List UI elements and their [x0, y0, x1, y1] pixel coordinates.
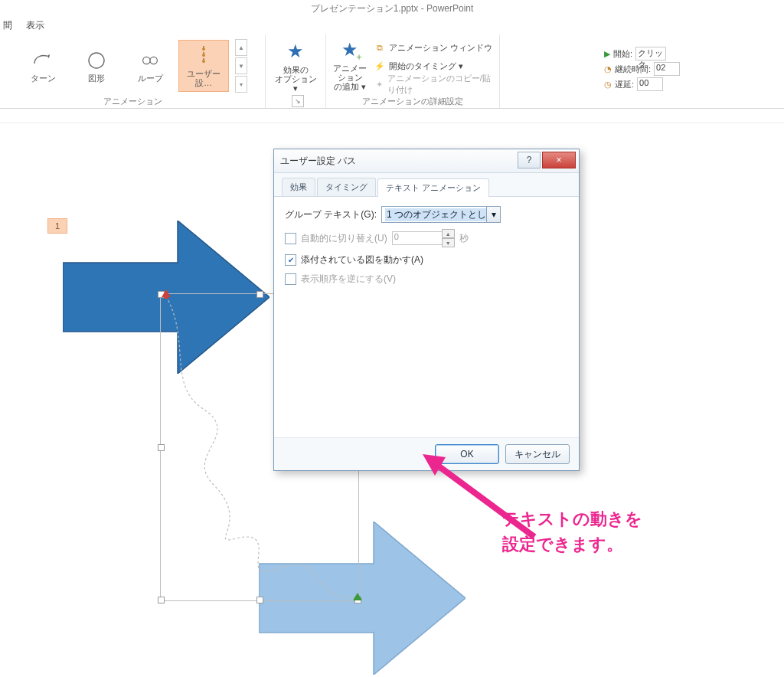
- custom-path-icon: [192, 44, 215, 67]
- svg-point-0: [89, 53, 104, 68]
- start-label: 開始:: [613, 48, 632, 60]
- duration-label: 継続時間:: [615, 64, 651, 75]
- auto-spinner[interactable]: ▲▼: [442, 229, 455, 247]
- auto-seconds-field[interactable]: 0: [392, 231, 443, 245]
- gallery-up-icon[interactable]: ▲: [235, 39, 247, 56]
- delay-icon: ◷: [604, 80, 612, 90]
- turn-icon: [31, 49, 54, 72]
- effect-options-label: 効果の オプション ▾: [273, 65, 318, 93]
- start-field[interactable]: クリック: [635, 47, 666, 61]
- add-star-icon: ★＋: [338, 38, 362, 62]
- effect-loop[interactable]: ループ: [125, 40, 175, 92]
- dialog-launcher[interactable]: ↘: [292, 95, 304, 107]
- group-text-value: 1 つのオブジェクトとして: [385, 208, 497, 221]
- reverse-order-checkbox[interactable]: [285, 273, 296, 285]
- group-advanced-label: アニメーションの詳細設定: [362, 96, 463, 107]
- add-animation-button[interactable]: ★＋ アニメーション の追加 ▾: [329, 38, 371, 91]
- dialog-custom-path: ユーザー設定 パス ? × 効果 タイミング テキスト アニメーション グループ…: [273, 149, 580, 471]
- play-icon: ▶: [604, 49, 610, 59]
- trigger-label: 開始のタイミング ▾: [389, 61, 463, 72]
- close-icon: ×: [556, 155, 561, 165]
- effect-turn-label: ターン: [31, 74, 56, 83]
- tab-effect[interactable]: 効果: [282, 178, 315, 196]
- effect-custom-label: ユーザー設…: [179, 69, 228, 87]
- shape-icon: [85, 49, 108, 72]
- dialog-help-button[interactable]: ?: [518, 152, 541, 168]
- group-effect-options: ★ 効果の オプション ▾ ↘: [266, 34, 326, 108]
- callout-text: テキストの動きを 設定できます。: [502, 506, 642, 557]
- duration-field[interactable]: 02: [654, 62, 680, 76]
- auto-checkbox[interactable]: [285, 233, 296, 244]
- group-timing: ▶ 開始: クリック ◔ 継続時間: 02 ◷ 遅延: 00: [500, 34, 784, 108]
- svg-point-2: [202, 54, 205, 57]
- dialog-title: ユーザー設定 パス: [280, 155, 356, 168]
- callout-line1: テキストの動きを: [502, 506, 642, 531]
- painter-label: アニメーションのコピー/貼り付け: [387, 73, 496, 96]
- reverse-order-label: 表示順序を逆にする(V): [301, 273, 396, 286]
- star-icon: ★: [283, 39, 308, 64]
- group-advanced-animation: ★＋ アニメーション の追加 ▾ ⧉ アニメーション ウィンドウ ⚡ 開始のタイ…: [326, 34, 500, 108]
- auto-label: 自動的に切り替え(U): [301, 232, 387, 245]
- ribbon-tab-view[interactable]: 表示: [26, 19, 44, 32]
- delay-field[interactable]: 00: [637, 77, 663, 91]
- tab-timing[interactable]: タイミング: [317, 178, 376, 196]
- gallery-more-icon[interactable]: ▾: [235, 76, 247, 93]
- title-text: プレゼンテーション1.pptx - PowerPoint: [311, 2, 474, 15]
- animation-painter-button[interactable]: ✦ アニメーションのコピー/貼り付け: [374, 76, 496, 93]
- duration-icon: ◔: [604, 64, 612, 74]
- animation-order-number: 1: [55, 221, 60, 231]
- svg-point-3: [202, 60, 205, 63]
- loop-icon: [139, 49, 162, 72]
- effect-loop-label: ループ: [138, 74, 163, 83]
- dialog-close-button[interactable]: ×: [542, 152, 576, 168]
- ribbon-tab-review[interactable]: 間: [3, 19, 12, 32]
- path-start-marker[interactable]: [161, 289, 172, 302]
- effect-shape[interactable]: 図形: [71, 40, 122, 92]
- add-animation-label: アニメーション の追加 ▾: [329, 64, 371, 91]
- trigger-icon: ⚡: [374, 60, 386, 72]
- painter-icon: ✦: [374, 78, 384, 90]
- path-end-marker[interactable]: [352, 592, 363, 605]
- group-animation: ターン 図形 ループ ユーザー設… ▲: [0, 34, 266, 108]
- animate-shape-checkbox[interactable]: ✔: [285, 254, 296, 266]
- effect-options-button[interactable]: ★ 効果の オプション ▾: [273, 39, 318, 93]
- group-animation-label: アニメーション: [103, 96, 162, 107]
- animation-pane-button[interactable]: ⧉ アニメーション ウィンドウ: [374, 39, 496, 56]
- tab-text-animation[interactable]: テキスト アニメーション: [377, 178, 489, 197]
- group-text-combo[interactable]: 1 つのオブジェクトとして ▾: [381, 206, 501, 223]
- svg-rect-4: [164, 297, 168, 299]
- effect-custom-path[interactable]: ユーザー設…: [178, 40, 229, 92]
- window-title: プレゼンテーション1.pptx - PowerPoint: [0, 0, 784, 17]
- gallery-down-icon[interactable]: ▼: [235, 57, 247, 74]
- dialog-body: グループ テキスト(G): 1 つのオブジェクトとして ▾ 自動的に切り替え(U…: [274, 197, 579, 437]
- dialog-titlebar[interactable]: ユーザー設定 パス ? ×: [274, 149, 579, 173]
- gallery-scroll: ▲ ▼ ▾: [235, 39, 247, 93]
- help-icon: ?: [527, 155, 532, 165]
- animate-shape-label: 添付されている図を動かす(A): [301, 253, 423, 267]
- slide-canvas[interactable]: 1 ユーザー設定 パス ? ×: [0, 123, 784, 677]
- chevron-down-icon: ▾: [486, 207, 500, 222]
- ruler: [0, 109, 784, 123]
- svg-point-1: [202, 47, 205, 51]
- animation-pane-label: アニメーション ウィンドウ: [389, 42, 492, 54]
- group-text-label: グループ テキスト(G):: [285, 208, 377, 221]
- auto-unit: 秒: [459, 232, 469, 245]
- callout-line2: 設定できます。: [502, 531, 642, 557]
- dialog-tabs: 効果 タイミング テキスト アニメーション: [274, 173, 579, 197]
- trigger-button[interactable]: ⚡ 開始のタイミング ▾: [374, 57, 496, 74]
- ribbon-tabs: 間 表示: [0, 17, 784, 34]
- delay-label: 遅延:: [615, 79, 634, 90]
- pane-icon: ⧉: [374, 41, 386, 54]
- effect-shape-label: 図形: [88, 74, 105, 83]
- effect-turn[interactable]: ターン: [18, 40, 68, 92]
- ribbon: ターン 図形 ループ ユーザー設… ▲: [0, 34, 784, 109]
